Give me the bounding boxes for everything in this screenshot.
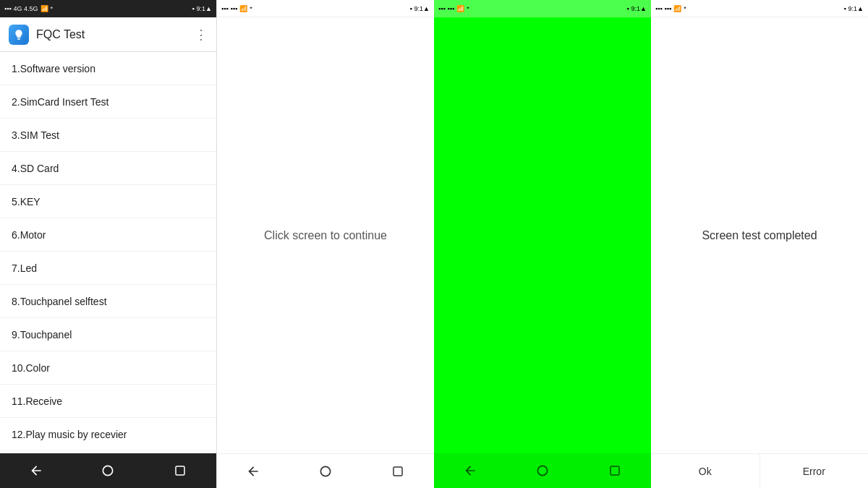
menu-list: 1.Software version 2.SimCard Insert Test… [0,52,216,453]
status-bar-panel3: ▪▪▪ ▪▪▪ 📶 * ▪ 9:1▲ [434,0,651,17]
home-icon-panel1 [101,463,115,478]
camera-icon-panel1: ▪ [192,5,194,12]
battery-panel4: ▪▪▪ [655,5,663,12]
status-left-panel4: ▪▪▪ ▪▪▪ 📶 * [655,5,686,12]
status-bar-panel1: ▪▪▪ 4G 4.5G 📶 * ▪ 9:1▲ [0,0,216,17]
status-bar-panel2: ▪▪▪ ▪▪▪ 📶 * ▪ 9:1▲ [217,0,434,17]
time-panel3: 9:1▲ [631,5,647,12]
back-icon-panel2 [246,464,260,479]
bluetooth-panel4: * [684,5,686,12]
svg-point-0 [103,466,113,475]
completed-text: Screen test completed [702,229,817,242]
recents-icon-panel1 [174,464,187,477]
network-type-panel1: 4G 4.5G [14,5,38,12]
fqc-test-panel: ▪▪▪ 4G 4.5G 📶 * ▪ 9:1▲ FQC Test ⋮ 1.Soft… [0,0,217,488]
completed-content: Screen test completed [651,17,868,453]
svg-point-2 [320,466,330,476]
ok-button[interactable]: Ok [651,454,760,488]
svg-rect-3 [393,467,402,476]
home-icon-panel2 [318,464,333,479]
home-button-panel3[interactable] [529,458,556,484]
status-bar-left-panel1: ▪▪▪ 4G 4.5G 📶 * [4,5,53,12]
wifi-icon-panel1: 📶 [41,5,48,12]
time-panel1: 9:1▲ [197,5,212,12]
error-button[interactable]: Error [760,454,869,488]
menu-item-1[interactable]: 1.Software version [0,52,216,85]
status-left-panel2: ▪▪▪ ▪▪▪ 📶 * [221,5,252,12]
back-button-panel1[interactable] [23,458,49,484]
recents-icon-panel2 [391,465,404,478]
app-icon [9,25,29,45]
status-right-panel3: ▪ 9:1▲ [626,5,647,12]
fqc-app-icon-svg [13,29,25,40]
menu-item-12[interactable]: 12.Play music by recevier [0,418,216,451]
status-right-panel4: ▪ 9:1▲ [843,5,864,12]
camera-panel3: ▪ [626,5,629,12]
home-icon-panel3 [535,463,550,478]
screen-test-completed-panel: ▪▪▪ ▪▪▪ 📶 * ▪ 9:1▲ Screen test completed… [651,0,868,488]
menu-item-3[interactable]: 3.SIM Test [0,119,216,152]
click-screen-panel: ▪▪▪ ▪▪▪ 📶 * ▪ 9:1▲ Click screen to conti… [217,0,434,488]
recents-button-panel1[interactable] [167,458,193,484]
nav-bar-panel1 [0,453,216,488]
back-icon-panel3 [463,463,477,478]
camera-panel2: ▪ [409,5,412,12]
wifi-panel4: 📶 [673,5,681,12]
back-button-panel2[interactable] [240,458,266,484]
click-screen-content[interactable]: Click screen to continue [217,17,434,453]
menu-item-7[interactable]: 7.Led [0,252,216,285]
status-bar-right-panel1: ▪ 9:1▲ [192,5,212,12]
svg-rect-1 [176,466,184,475]
battery-panel2: ▪▪▪ [221,5,229,12]
status-right-panel2: ▪ 9:1▲ [409,5,430,12]
recents-icon-panel3 [608,464,621,477]
menu-item-2[interactable]: 2.SimCard Insert Test [0,85,216,119]
bluetooth-icon-panel1: * [51,5,54,12]
battery-panel3: ▪▪▪ [438,5,446,12]
back-button-panel3[interactable] [457,458,483,484]
home-button-panel1[interactable] [95,458,121,484]
more-options-icon[interactable]: ⋮ [195,27,208,43]
click-screen-text: Click screen to continue [264,229,387,242]
time-panel2: 9:1▲ [414,5,430,12]
app-bar: FQC Test ⋮ [0,17,216,52]
signal-panel2: ▪▪▪ [231,5,238,12]
menu-item-8[interactable]: 8.Touchpanel selftest [0,285,216,318]
time-panel4: 9:1▲ [848,5,864,12]
menu-item-6[interactable]: 6.Motor [0,218,216,252]
recents-button-panel3[interactable] [602,458,628,484]
camera-panel4: ▪ [843,5,846,12]
menu-item-10[interactable]: 10.Color [0,351,216,385]
signal-icon-panel1: ▪▪▪ [4,5,12,12]
back-icon-panel1 [29,463,43,478]
svg-rect-5 [610,466,619,475]
status-bar-panel4: ▪▪▪ ▪▪▪ 📶 * ▪ 9:1▲ [651,0,868,17]
green-screen-content [434,17,651,453]
nav-bar-panel3 [434,453,651,488]
wifi-panel3: 📶 [456,5,464,12]
menu-item-4[interactable]: 4.SD Card [0,152,216,185]
home-button-panel2[interactable] [312,458,339,484]
signal-panel4: ▪▪▪ [665,5,672,12]
signal-panel3: ▪▪▪ [448,5,455,12]
recents-button-panel2[interactable] [385,458,411,484]
bluetooth-panel2: * [250,5,252,12]
nav-bar-panel4: Ok Error [651,453,868,488]
green-screen-panel[interactable]: ▪▪▪ ▪▪▪ 📶 * ▪ 9:1▲ [434,0,651,488]
svg-point-4 [537,466,547,475]
status-left-panel3: ▪▪▪ ▪▪▪ 📶 * [438,5,469,12]
menu-item-11[interactable]: 11.Receive [0,385,216,418]
bluetooth-panel3: * [467,5,469,12]
menu-item-9[interactable]: 9.Touchpanel [0,318,216,351]
nav-bar-panel2 [217,453,434,488]
app-title: FQC Test [36,28,187,41]
wifi-panel2: 📶 [239,5,247,12]
menu-item-5[interactable]: 5.KEY [0,185,216,218]
